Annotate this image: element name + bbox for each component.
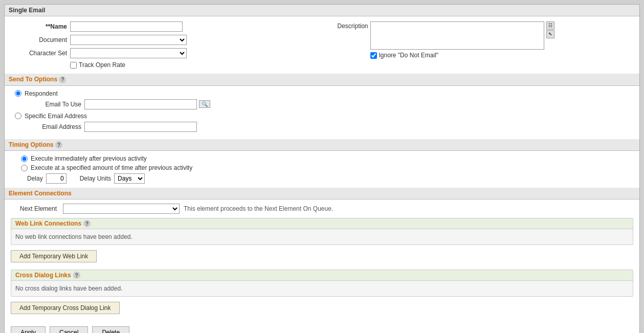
cross-dialog-links-subsection: Cross Dialog Links ? No cross dialog lin… (11, 270, 633, 297)
web-link-connections-title: Web Link Connections (15, 220, 81, 227)
timing-option2-row: Execute at a specified amount of time af… (21, 164, 633, 171)
timing-header: Timing Options ? (5, 139, 639, 151)
ignore-email-checkbox[interactable] (370, 52, 377, 59)
no-cross-dialog-text: No cross dialog links have been added. (15, 284, 629, 293)
send-to-content: Respondent Email To Use 🔍 Specific Email… (5, 86, 639, 139)
timing-immediate-radio[interactable] (21, 156, 28, 162)
add-temporary-cross-dialog-button[interactable]: Add Temporary Cross Dialog Link (11, 302, 120, 314)
bottom-buttons: Apply Cancel Delete (5, 322, 639, 333)
web-link-connections-content: No web link connections have been added. (11, 229, 633, 245)
timing-option1-row: Execute immediately after previous activ… (21, 155, 633, 162)
no-web-links-text: No web link connections have been added. (15, 232, 629, 241)
description-icons: ☷ ✎ (546, 21, 554, 38)
cross-dialog-help-icon[interactable]: ? (73, 272, 80, 279)
name-input[interactable] (70, 21, 183, 32)
cancel-button[interactable]: Cancel (50, 326, 88, 333)
timing-option1-label: Execute immediately after previous activ… (31, 155, 147, 162)
timing-option2-label: Execute at a specified amount of time af… (31, 164, 192, 171)
description-label: Description (327, 21, 368, 30)
ignore-email-row: Ignore "Do Not Email" (370, 52, 634, 59)
email-lookup-button[interactable]: 🔍 (199, 100, 210, 108)
track-open-checkbox[interactable] (70, 62, 77, 69)
track-row: Track Open Rate (70, 61, 317, 69)
name-row: **Name (11, 21, 317, 32)
element-connections-header: Element Connections (5, 188, 639, 199)
email-address-row: Email Address (25, 122, 633, 132)
send-to-radio-group: Respondent Email To Use 🔍 Specific Email… (15, 90, 633, 132)
respondent-radio[interactable] (15, 90, 21, 97)
page-wrapper: Single Email **Name Document Character S… (4, 4, 640, 333)
delay-units-label: Delay Units (80, 175, 111, 182)
element-connections-section: Element Connections Next Element This el… (5, 188, 639, 322)
charset-label: Character Set (11, 50, 67, 57)
cross-dialog-links-content: No cross dialog links have been added. (11, 281, 633, 296)
send-to-title: Send To Options (9, 76, 57, 83)
name-label: **Name (11, 23, 67, 30)
web-link-help-icon[interactable]: ? (83, 220, 91, 227)
cross-dialog-links-header: Cross Dialog Links ? (11, 270, 633, 281)
top-section: **Name Document Character Set Track Open… (5, 16, 639, 74)
desc-icon-2[interactable]: ✎ (546, 30, 554, 38)
next-element-row: Next Element This element proceeds to th… (11, 204, 633, 214)
add-cross-dialog-row: Add Temporary Cross Dialog Link (11, 300, 633, 318)
delay-input[interactable] (46, 173, 66, 184)
next-element-description: This element proceeds to the Next Elemen… (184, 205, 333, 212)
delay-units-select[interactable]: Days Hours Minutes (114, 173, 145, 184)
charset-row: Character Set (11, 48, 317, 58)
description-area: Description ☷ ✎ (327, 21, 634, 50)
email-to-use-label: Email To Use (25, 101, 81, 108)
timing-help-icon[interactable]: ? (55, 141, 62, 148)
add-temporary-web-link-button[interactable]: Add Temporary Web Link (11, 250, 97, 262)
send-to-section: Send To Options ? Respondent Email To Us… (5, 74, 639, 139)
add-web-link-row: Add Temporary Web Link (11, 248, 633, 267)
timing-title: Timing Options (9, 141, 54, 148)
next-element-select[interactable] (63, 204, 180, 214)
document-select[interactable] (70, 35, 187, 45)
cross-dialog-links-title: Cross Dialog Links (15, 272, 71, 279)
specific-email-radio[interactable] (15, 113, 21, 119)
desc-icon-1[interactable]: ☷ (546, 21, 554, 30)
delete-button[interactable]: Delete (92, 326, 129, 333)
email-to-use-input[interactable] (84, 99, 197, 109)
ignore-email-label: Ignore "Do Not Email" (379, 52, 439, 59)
page-title: Single Email (9, 7, 45, 14)
email-to-use-row: Email To Use 🔍 (25, 99, 633, 109)
right-fields: Description ☷ ✎ Ignore "Do Not Email" (327, 21, 634, 69)
respondent-row: Respondent (15, 90, 633, 97)
section-title-single-email: Single Email (5, 5, 639, 16)
send-to-help-icon[interactable]: ? (59, 76, 66, 83)
delay-label: Delay (27, 175, 43, 182)
specific-email-label: Specific Email Address (25, 113, 87, 120)
email-address-label: Email Address (25, 123, 81, 130)
web-link-connections-subsection: Web Link Connections ? No web link conne… (11, 218, 633, 245)
timing-content: Execute immediately after previous activ… (5, 151, 639, 188)
document-row: Document (11, 35, 317, 45)
timing-specified-radio[interactable] (21, 165, 28, 171)
email-address-input[interactable] (84, 122, 197, 132)
track-open-label: Track Open Rate (79, 61, 125, 69)
timing-section: Timing Options ? Execute immediately aft… (5, 139, 639, 188)
next-element-label: Next Element (11, 205, 57, 212)
send-to-header: Send To Options ? (5, 74, 639, 86)
element-connections-content: Next Element This element proceeds to th… (5, 199, 639, 322)
web-link-connections-header: Web Link Connections ? (11, 218, 633, 229)
specific-email-row: Specific Email Address (15, 113, 633, 120)
apply-button[interactable]: Apply (11, 326, 46, 333)
delay-row: Delay Delay Units Days Hours Minutes (27, 173, 633, 184)
document-label: Document (11, 36, 67, 43)
element-connections-title: Element Connections (9, 190, 72, 197)
charset-select[interactable] (70, 48, 187, 58)
left-fields: **Name Document Character Set Track Open… (11, 21, 317, 69)
description-textarea[interactable] (370, 21, 544, 50)
respondent-label: Respondent (25, 90, 58, 97)
